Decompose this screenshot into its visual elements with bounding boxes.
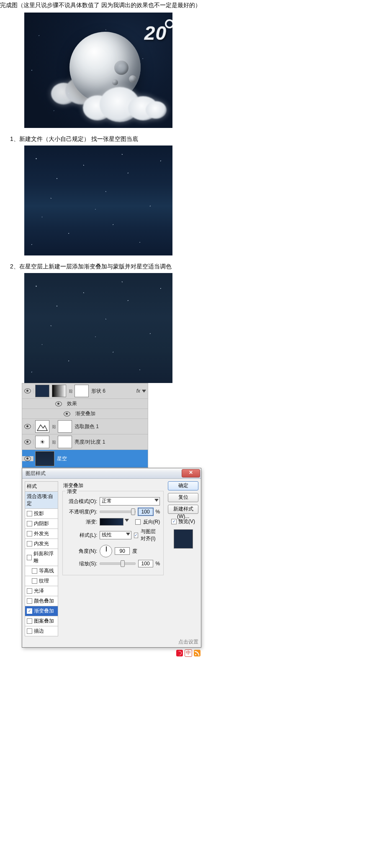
layer-mask-thumb[interactable] (58, 436, 72, 448)
step2-starry-image (24, 273, 172, 383)
share-rss-icon[interactable] (194, 650, 200, 656)
layer-mask-thumb[interactable] (58, 420, 72, 433)
dialog-title: 图层样式 (26, 470, 182, 477)
inner-glow-item[interactable]: 内发光 (25, 539, 58, 549)
layer-effects-label[interactable]: 效果 (67, 400, 77, 407)
angle-unit: 度 (132, 548, 137, 555)
color-overlay-item[interactable]: 颜色叠加 (25, 596, 58, 606)
stroke-item[interactable]: 描边 (25, 626, 58, 636)
share-weibo-icon[interactable] (176, 650, 183, 656)
chain-icon: ⛓ (52, 440, 55, 444)
visibility-eye-icon[interactable] (24, 388, 31, 393)
inner-shadow-item[interactable]: 内阴影 (25, 519, 58, 529)
layer-thumb[interactable] (35, 385, 49, 397)
group-label: 渐变 (65, 488, 79, 495)
scale-input[interactable]: 100 (138, 560, 153, 567)
scale-slider[interactable] (100, 562, 135, 565)
styles-header[interactable]: 样式 (25, 481, 58, 492)
temperature-value: 20 (144, 22, 167, 44)
preview-swatch (174, 529, 193, 549)
layer-style-dialog: 图层样式 ✕ 样式 混合选项:自定 投影 内阴影 外发光 内发光 斜面和浮雕 等… (22, 468, 201, 648)
layer-sky-label[interactable]: 星空 (57, 455, 67, 462)
layer-label-shape6[interactable]: 形状 6 (91, 388, 105, 395)
step-1-text: 1、新建文件（大小自己规定） 找一张星空图当底 (0, 128, 365, 146)
gradient-overlay-item[interactable]: 渐变叠加 (25, 606, 58, 616)
dialog-footer-hint: 点击设置 (22, 637, 201, 647)
angle-label: 角度(N): (66, 548, 97, 555)
preview-label: 预览(V) (178, 518, 195, 525)
reverse-label: 反向(R) (143, 518, 160, 526)
dialog-buttons: 确定 复位 新建样式(W)... 预览(V) (168, 481, 198, 633)
visibility-eye-icon[interactable] (24, 456, 31, 461)
cloud-front (83, 87, 162, 125)
layer-selective-color-label[interactable]: 选取颜色 1 (75, 423, 99, 430)
visibility-eye-icon[interactable] (64, 411, 70, 416)
outer-glow-item[interactable]: 外发光 (25, 529, 58, 539)
opacity-label: 不透明度(P): (66, 508, 97, 516)
layer-thumb-gradient[interactable] (52, 385, 66, 397)
scale-label: 缩放(S): (66, 560, 97, 567)
style-select[interactable]: 线性 (100, 531, 131, 539)
visibility-eye-icon[interactable] (55, 401, 62, 406)
temperature-display: 20 (144, 22, 167, 44)
pattern-overlay-item[interactable]: 图案叠加 (25, 616, 58, 626)
reverse-checkbox[interactable] (135, 519, 141, 525)
step-2-text: 2、在星空层上新建一层添加渐变叠加与蒙版并对星空适当调色 (0, 255, 365, 273)
final-result-figure: 20 (24, 13, 172, 128)
gradient-label: 渐变: (66, 518, 97, 526)
blend-mode-select[interactable]: 正常 (100, 497, 160, 505)
layer-mask-thumb[interactable] (75, 385, 89, 397)
texture-item[interactable]: 纹理 (25, 576, 58, 586)
degree-symbol (165, 19, 172, 28)
blend-mode-label: 混合模式(O): (66, 498, 97, 505)
share-cn-icon[interactable]: 中 (185, 649, 192, 657)
adjustment-thumb[interactable] (35, 420, 49, 433)
step1-starry-image (24, 146, 172, 255)
fx-badge[interactable]: fx (136, 388, 140, 394)
moon-crater (114, 61, 129, 75)
visibility-eye-icon[interactable] (24, 424, 31, 429)
style-settings: 渐变叠加 渐变 混合模式(O): 正常 不透明度(P): 100 (61, 481, 165, 633)
percent-unit: % (156, 561, 160, 567)
align-layer-label: 与图层对齐(I) (141, 528, 160, 542)
fx-expand-icon[interactable] (142, 390, 146, 393)
share-bar: 中 (22, 648, 201, 657)
contour-item[interactable]: 等高线 (25, 566, 58, 576)
satin-item[interactable]: 光泽 (25, 586, 58, 596)
chain-icon: ⛓ (69, 389, 72, 393)
gradient-picker[interactable] (100, 518, 123, 526)
ok-button[interactable]: 确定 (168, 481, 198, 490)
layer-gradient-overlay-label[interactable]: 渐变叠加 (75, 410, 95, 417)
style-list: 样式 混合选项:自定 投影 内阴影 外发光 内发光 斜面和浮雕 等高线 纹理 光… (25, 481, 58, 633)
svg-marker-0 (37, 425, 47, 431)
layer-brightness-label[interactable]: 亮度/对比度 1 (75, 439, 105, 446)
blend-options-item[interactable]: 混合选项:自定 (25, 492, 58, 509)
align-layer-checkbox[interactable] (134, 533, 138, 538)
angle-input[interactable]: 90 (115, 547, 130, 555)
chain-icon: ⛓ (52, 424, 55, 429)
opacity-input[interactable]: 100 (138, 508, 153, 516)
bevel-item[interactable]: 斜面和浮雕 (25, 549, 58, 566)
adjustment-thumb[interactable] (35, 436, 49, 448)
close-button[interactable]: ✕ (182, 469, 200, 477)
style-label: 样式(L): (66, 532, 97, 539)
new-style-button[interactable]: 新建样式(W)... (168, 505, 198, 514)
reset-button[interactable]: 复位 (168, 493, 198, 502)
moon-crater (112, 79, 118, 85)
opacity-slider[interactable] (100, 511, 135, 513)
preview-checkbox[interactable] (171, 519, 177, 524)
intro-text: 完成图（这里只说步骤不说具体数值了 因为我调出的效果也不一定是最好的） (0, 0, 365, 13)
angle-dial[interactable] (100, 545, 112, 557)
layer-thumb-sky[interactable] (35, 451, 54, 466)
drop-shadow-item[interactable]: 投影 (25, 509, 58, 519)
moon-crater (129, 75, 136, 83)
photoshop-layers-panel: ⛓ 形状 6 fx 效果 渐变叠加 (22, 383, 148, 468)
percent-unit: % (156, 509, 160, 515)
visibility-eye-icon[interactable] (24, 439, 31, 444)
